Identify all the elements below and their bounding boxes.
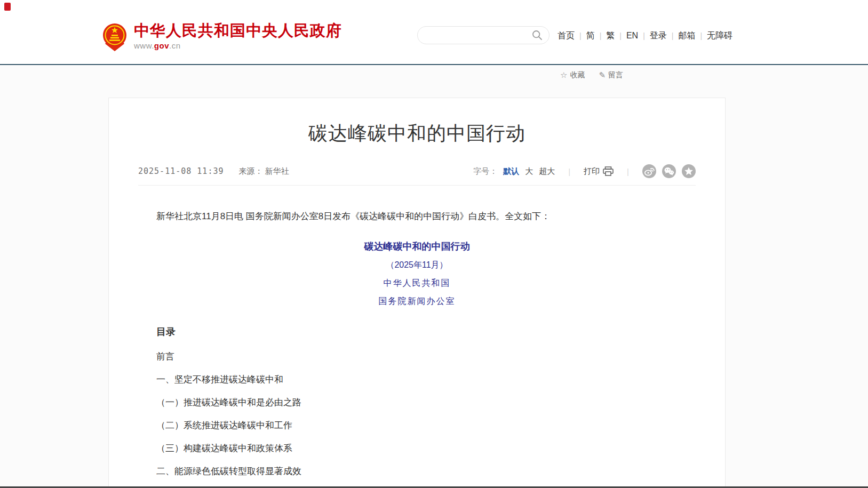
font-size-label: 字号：	[473, 166, 497, 177]
site-url-www: www.	[134, 41, 154, 50]
meta-divider: |	[561, 167, 578, 176]
browser-viewport: 中华人民共和国中央人民政府 www.gov.cn 首页 | 简 | 繁 | EN…	[0, 0, 868, 488]
print-label: 打印	[584, 166, 600, 177]
site-url: www.gov.cn	[134, 41, 342, 50]
toc-item: 一、坚定不移推进碳达峰碳中和	[156, 375, 696, 384]
quick-actions: ☆ 收藏 ✎ 留言	[560, 70, 623, 80]
document-dateline: （2025年11月）	[138, 260, 696, 271]
toc-item: （二）系统推进碳达峰碳中和工作	[156, 421, 696, 430]
article-meta-left: 2025-11-08 11:39 来源： 新华社	[138, 166, 289, 177]
nav-mail[interactable]: 邮箱	[678, 29, 695, 42]
toc-item: （三）构建碳达峰碳中和政策体系	[156, 444, 696, 453]
toc-item-preface: 前言	[156, 352, 696, 361]
search-box[interactable]	[417, 26, 550, 44]
site-header: 中华人民共和国中央人民政府 www.gov.cn 首页 | 简 | 繁 | EN…	[0, 0, 868, 65]
weibo-share-icon[interactable]	[642, 164, 656, 178]
source-label: 来源：	[239, 166, 263, 175]
nav-divider: |	[695, 29, 707, 42]
nav-login[interactable]: 登录	[650, 29, 667, 42]
site-logo[interactable]: 中华人民共和国中央人民政府 www.gov.cn	[102, 21, 342, 52]
favorite-label: 收藏	[570, 70, 585, 80]
comment-label: 留言	[608, 70, 623, 80]
site-url-cn: .cn	[169, 41, 181, 50]
lead-paragraph: 新华社北京11月8日电 国务院新闻办公室8日发布《碳达峰碳中和的中国行动》白皮书…	[138, 209, 696, 224]
qzone-star-share-icon[interactable]	[682, 164, 696, 178]
toc-item: 二、能源绿色低碳转型取得显著成效	[156, 467, 696, 476]
nav-english[interactable]: EN	[626, 29, 638, 42]
source-value: 新华社	[265, 166, 289, 175]
toc-heading: 目录	[156, 325, 696, 338]
nav-divider: |	[615, 29, 626, 42]
site-title: 中华人民共和国中央人民政府	[134, 21, 342, 39]
font-size-default[interactable]: 默认	[503, 166, 519, 177]
document-title: 碳达峰碳中和的中国行动	[138, 240, 696, 253]
nav-divider: |	[595, 29, 607, 42]
font-size-xlarge[interactable]: 超大	[539, 166, 555, 177]
nav-traditional[interactable]: 繁	[606, 29, 615, 42]
article-meta-right: 字号： 默认 大 超大 | 打印 |	[473, 164, 696, 178]
wechat-share-icon[interactable]	[662, 164, 676, 178]
national-emblem-icon	[102, 21, 127, 52]
meta-divider: |	[619, 167, 636, 176]
nav-simplified[interactable]: 简	[586, 29, 595, 42]
article-title: 碳达峰碳中和的中国行动	[138, 121, 696, 147]
corner-red-mark	[4, 3, 11, 11]
comment-button[interactable]: ✎ 留言	[599, 70, 623, 80]
nav-accessibility[interactable]: 无障碍	[707, 29, 732, 42]
print-button[interactable]: 打印	[584, 166, 614, 177]
article-meta-row: 2025-11-08 11:39 来源： 新华社 字号： 默认 大 超大 | 打…	[138, 164, 696, 178]
site-url-gov: gov	[154, 41, 169, 50]
search-icon[interactable]	[532, 30, 543, 41]
pencil-icon: ✎	[599, 70, 606, 80]
site-title-block: 中华人民共和国中央人民政府 www.gov.cn	[134, 21, 342, 50]
source: 来源： 新华社	[239, 166, 289, 177]
font-size-large[interactable]: 大	[525, 166, 533, 177]
nav-divider: |	[667, 29, 679, 42]
document-issuer-country: 中华人民共和国	[138, 278, 696, 289]
nav-divider: |	[575, 29, 586, 42]
toc-item: （一）推进碳达峰碳中和是必由之路	[156, 398, 696, 407]
publish-date: 2025-11-08 11:39	[138, 166, 224, 176]
meta-separator	[138, 185, 696, 186]
nav-divider: |	[638, 29, 650, 42]
article-card: 碳达峰碳中和的中国行动 2025-11-08 11:39 来源： 新华社 字号：…	[108, 98, 726, 488]
printer-icon	[603, 166, 614, 176]
nav-home[interactable]: 首页	[558, 29, 575, 42]
top-navigation: 首页 | 简 | 繁 | EN | 登录 | 邮箱 | 无障碍	[558, 29, 732, 42]
star-icon: ☆	[560, 70, 567, 80]
search-input[interactable]	[426, 31, 532, 39]
favorite-button[interactable]: ☆ 收藏	[560, 70, 585, 80]
document-issuer-office: 国务院新闻办公室	[138, 296, 696, 307]
